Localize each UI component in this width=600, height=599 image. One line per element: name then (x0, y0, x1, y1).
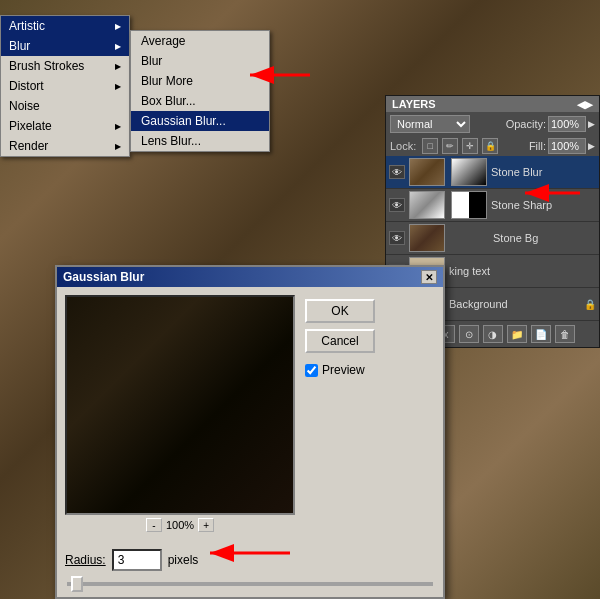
blur-submenu-average[interactable]: Average (131, 31, 269, 51)
blur-submenu-gaussian[interactable]: Gaussian Blur... (131, 111, 269, 131)
fill-input[interactable] (548, 138, 586, 154)
preview-checkbox[interactable] (305, 364, 318, 377)
layer-name-stone-sharp: Stone Sharp (491, 199, 596, 211)
new-layer-btn[interactable]: 📄 (531, 325, 551, 343)
layer-thumbnail (410, 192, 444, 218)
layer-thumb-stone-sharp (409, 191, 445, 219)
blur-submenu-item-label: Blur (141, 54, 162, 68)
opacity-input[interactable] (548, 116, 586, 132)
add-mask-btn[interactable]: ⊙ (459, 325, 479, 343)
submenu-arrow: ▶ (115, 22, 121, 31)
blur-submenu-item-label: Lens Blur... (141, 134, 201, 148)
layer-thumbnail (410, 159, 444, 185)
filter-menu-item-artistic[interactable]: Artistic ▶ (1, 16, 129, 36)
radius-slider[interactable] (67, 582, 433, 586)
layers-blend-row: Normal Opacity: ▶ (386, 112, 599, 136)
lock-paint-btn[interactable]: ✏ (442, 138, 458, 154)
filter-menu: Artistic ▶ Blur ▶ Brush Strokes ▶ Distor… (0, 15, 130, 157)
lock-fill-row: Lock: □ ✏ ✛ 🔒 Fill: ▶ (386, 136, 599, 156)
blend-mode-select[interactable]: Normal (390, 115, 470, 133)
filter-menu-item-blur[interactable]: Blur ▶ (1, 36, 129, 56)
fill-arrow[interactable]: ▶ (588, 141, 595, 151)
preview-image (67, 297, 293, 513)
opacity-label: Opacity: (506, 118, 546, 130)
submenu-arrow: ▶ (115, 142, 121, 151)
layer-mask-thumb-stone-sharp (451, 191, 487, 219)
filter-menu-item-label: Artistic (9, 19, 45, 33)
submenu-arrow: ▶ (115, 62, 121, 71)
filter-menu-item-label: Blur (9, 39, 30, 53)
layer-row-stone-bg[interactable]: 👁 Stone Bg (386, 222, 599, 255)
filter-menu-item-label: Noise (9, 99, 40, 113)
filter-menu-item-noise[interactable]: Noise (1, 96, 129, 116)
layer-row-stone-sharp[interactable]: 👁 Stone Sharp (386, 189, 599, 222)
folder-btn[interactable]: 📁 (507, 325, 527, 343)
filter-menu-item-pixelate[interactable]: Pixelate ▶ (1, 116, 129, 136)
zoom-in-btn[interactable]: + (198, 518, 214, 532)
fill-control: Fill: ▶ (529, 138, 595, 154)
submenu-arrow: ▶ (115, 42, 121, 51)
layer-name-stone-bg: Stone Bg (493, 232, 596, 244)
gaussian-blur-dialog: Gaussian Blur ✕ - 100% + OK Cancel Previ… (55, 265, 445, 599)
zoom-out-btn[interactable]: - (146, 518, 162, 532)
cancel-button[interactable]: Cancel (305, 329, 375, 353)
zoom-row: - 100% + (65, 515, 295, 535)
delete-layer-btn[interactable]: 🗑 (555, 325, 575, 343)
layer-mask-thumbnail (452, 159, 486, 185)
submenu-arrow: ▶ (115, 122, 121, 131)
radius-unit: pixels (168, 553, 199, 567)
layer-visibility-stone-bg[interactable]: 👁 (389, 231, 405, 245)
layer-mask-thumb-stone-blur (451, 158, 487, 186)
blur-submenu-lens[interactable]: Lens Blur... (131, 131, 269, 151)
preview-checkbox-row: Preview (305, 363, 375, 377)
blur-submenu-item-label: Box Blur... (141, 94, 196, 108)
lock-all-btn[interactable]: 🔒 (482, 138, 498, 154)
layer-row-stone-blur[interactable]: 👁 Stone Blur (386, 156, 599, 189)
preview-label: Preview (322, 363, 365, 377)
layers-panel-title: LAYERS (392, 98, 436, 110)
blur-submenu: Average Blur Blur More Box Blur... Gauss… (130, 30, 270, 152)
radius-label: Radius: (65, 553, 106, 567)
layer-visibility-stone-sharp[interactable]: 👁 (389, 198, 405, 212)
lock-label: Lock: (390, 140, 416, 152)
layer-name-background: Background (449, 298, 580, 310)
layer-thumb-stone-blur (409, 158, 445, 186)
filter-menu-item-label: Render (9, 139, 48, 153)
layer-name-stone-blur: Stone Blur (491, 166, 596, 178)
opacity-arrow[interactable]: ▶ (588, 119, 595, 129)
layer-lock-icon: 🔒 (584, 299, 596, 310)
layers-panel-expand[interactable]: ◀▶ (577, 99, 593, 110)
filter-menu-item-brush-strokes[interactable]: Brush Strokes ▶ (1, 56, 129, 76)
opacity-control: Opacity: ▶ (506, 116, 595, 132)
layer-visibility-stone-blur[interactable]: 👁 (389, 165, 405, 179)
filter-menu-item-distort[interactable]: Distort ▶ (1, 76, 129, 96)
radius-slider-row (57, 573, 443, 597)
lock-icons-group: □ ✏ ✛ 🔒 (422, 138, 498, 154)
dialog-body: - 100% + OK Cancel Preview (57, 287, 443, 543)
blur-submenu-blur-more[interactable]: Blur More (131, 71, 269, 91)
dialog-titlebar: Gaussian Blur ✕ (57, 267, 443, 287)
lock-transparency-btn[interactable]: □ (422, 138, 438, 154)
radius-input[interactable] (112, 549, 162, 571)
dialog-controls: OK Cancel Preview (305, 295, 375, 535)
layer-name-king: king text (449, 265, 596, 277)
dialog-close-button[interactable]: ✕ (421, 270, 437, 284)
fill-label: Fill: (529, 140, 546, 152)
blur-submenu-item-label: Blur More (141, 74, 193, 88)
layer-thumbnail (410, 225, 444, 251)
blur-submenu-item-label: Average (141, 34, 185, 48)
blur-submenu-item-label: Gaussian Blur... (141, 114, 226, 128)
blur-submenu-box-blur[interactable]: Box Blur... (131, 91, 269, 111)
dialog-preview-area[interactable] (65, 295, 295, 515)
filter-menu-item-label: Brush Strokes (9, 59, 84, 73)
lock-move-btn[interactable]: ✛ (462, 138, 478, 154)
radius-row: Radius: pixels (57, 543, 443, 573)
blur-submenu-blur[interactable]: Blur (131, 51, 269, 71)
submenu-arrow: ▶ (115, 82, 121, 91)
filter-menu-item-label: Pixelate (9, 119, 52, 133)
ok-button[interactable]: OK (305, 299, 375, 323)
filter-menu-item-render[interactable]: Render ▶ (1, 136, 129, 156)
layer-thumb-stone-bg (409, 224, 445, 252)
adjustment-btn[interactable]: ◑ (483, 325, 503, 343)
layer-mask-thumbnail (452, 192, 486, 218)
